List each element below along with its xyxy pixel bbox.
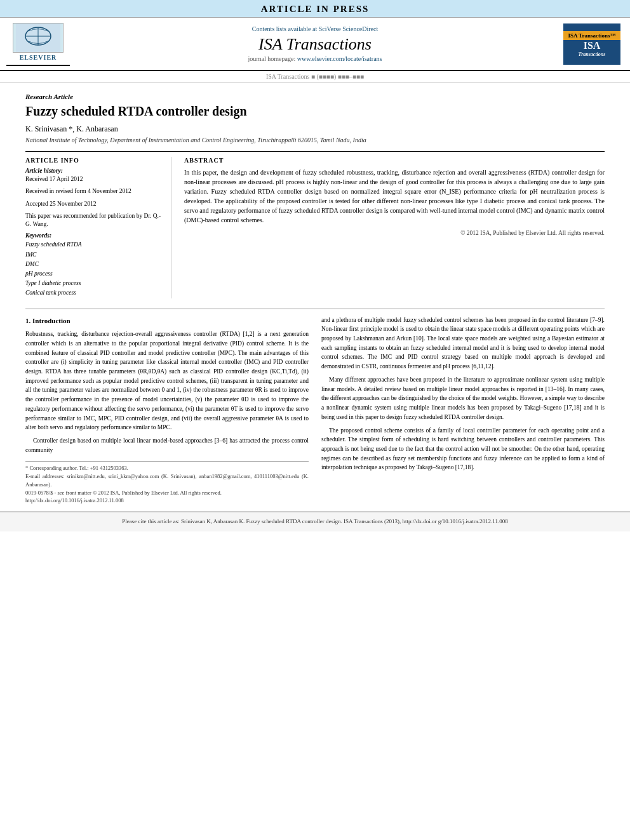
- article-recommended: This paper was recommended for publicati…: [25, 212, 163, 229]
- authors: K. Srinivasan *, K. Anbarasan: [25, 124, 605, 134]
- sciverse-link: Contents lists available at SciVerse Sci…: [70, 25, 560, 32]
- body-col-right: and a plethora of multiple model fuzzy s…: [321, 316, 605, 505]
- article-info-col: Article Info Article history: Received 1…: [25, 157, 171, 298]
- body-para-4: Many different approaches have been prop…: [321, 375, 605, 422]
- main-content: Research Article Fuzzy scheduled RTDA co…: [0, 83, 630, 505]
- body-col-left-text: Robustness, tracking, disturbance reject…: [25, 330, 309, 455]
- sciverse-anchor[interactable]: SciVerse ScienceDirect: [319, 25, 379, 32]
- elsevier-logo-graphic: [13, 23, 64, 53]
- bottom-cite-text: Please cite this article as: Srinivasan …: [122, 518, 507, 524]
- isa-logo-sub: Transactions: [579, 51, 606, 57]
- section1-title: 1. Introduction: [25, 316, 309, 326]
- body-columns: 1. Introduction Robustness, tracking, di…: [25, 316, 605, 505]
- abstract-copyright: © 2012 ISA, Published by Elsevier Ltd. A…: [184, 230, 605, 236]
- journal-center: Contents lists available at SciVerse Sci…: [70, 25, 560, 62]
- keyword-6: Conical tank process: [25, 288, 163, 298]
- journal-homepage-link[interactable]: www.elsevier.com/locate/isatrans: [297, 55, 382, 62]
- keywords-label: Keywords:: [25, 232, 163, 239]
- abstract-col: ABSTRACT In this paper, the design and d…: [184, 157, 605, 298]
- keyword-1: Fuzzy scheduled RTDA: [25, 240, 163, 250]
- keyword-5: Type I diabetic process: [25, 279, 163, 288]
- abstract-label: ABSTRACT: [184, 157, 605, 164]
- article-received: Received 17 April 2012: [25, 175, 163, 183]
- body-col-left: 1. Introduction Robustness, tracking, di…: [25, 316, 309, 505]
- elsevier-label: ELSEVIER: [20, 54, 57, 61]
- body-para-3: and a plethora of multiple model fuzzy s…: [321, 316, 605, 371]
- journal-homepage: journal homepage: www.elsevier.com/locat…: [70, 55, 560, 62]
- keyword-3: DMC: [25, 260, 163, 269]
- footnote-email: E-mail addresses: srinikm@nitt.edu, srin…: [25, 472, 309, 489]
- info-abstract-row: Article Info Article history: Received 1…: [25, 151, 605, 298]
- article-history-label: Article history:: [25, 168, 163, 174]
- abstract-text: In this paper, the design and developmen…: [184, 168, 605, 225]
- keyword-4: pH process: [25, 269, 163, 279]
- journal-header: ELSEVIER Contents lists available at Sci…: [0, 18, 630, 71]
- journal-title: ISA Transactions: [70, 35, 560, 54]
- body-para-1: Robustness, tracking, disturbance reject…: [25, 330, 309, 432]
- footnote-doi: http://dx.doi.org/10.1016/j.isatra.2012.…: [25, 497, 309, 505]
- section-divider: [25, 309, 605, 309]
- bottom-citation-bar: Please cite this article as: Srinivasan …: [0, 511, 630, 531]
- body-para-2: Controller design based on multiple loca…: [25, 436, 309, 455]
- isa-logo-main: ISA: [584, 40, 601, 51]
- isa-logo: ISA Transactions™ ISA Transactions: [560, 22, 624, 66]
- isa-logo-top: ISA Transactions™: [563, 31, 620, 40]
- footnotes: * Corresponding author. Tel.: +91 431250…: [25, 461, 309, 505]
- body-para-5: The proposed control scheme consists of …: [321, 426, 605, 473]
- article-type: Research Article: [25, 93, 605, 100]
- keywords-list: Fuzzy scheduled RTDA IMC DMC pH process …: [25, 240, 163, 298]
- affiliation: National Institute of Technology, Depart…: [25, 137, 605, 143]
- footnote-corresponding: * Corresponding author. Tel.: +91 431250…: [25, 464, 309, 472]
- article-info-label: Article Info: [25, 157, 163, 164]
- article-id-bar: ISA Transactions ■ (■■■■) ■■■–■■■: [0, 71, 630, 83]
- keyword-2: IMC: [25, 250, 163, 260]
- article-received-revised: Received in revised form 4 November 2012: [25, 187, 163, 196]
- elsevier-logo: ELSEVIER: [6, 22, 70, 66]
- body-col-right-text: and a plethora of multiple model fuzzy s…: [321, 316, 605, 473]
- article-accepted: Accepted 25 November 2012: [25, 200, 163, 208]
- article-title: Fuzzy scheduled RTDA controller design: [25, 103, 605, 119]
- footnote-copyright: 0019-0578/$ - see front matter © 2012 IS…: [25, 489, 309, 497]
- article-in-press-banner: ARTICLE IN PRESS: [0, 0, 630, 18]
